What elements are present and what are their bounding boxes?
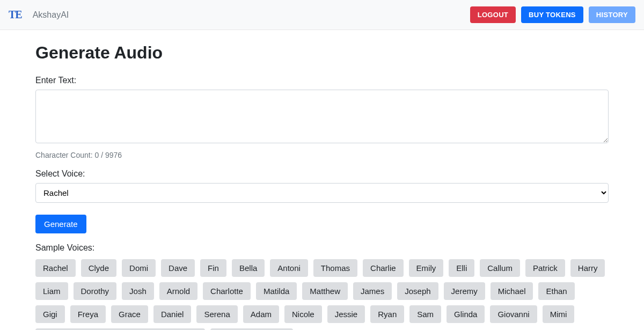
sample-voice-button[interactable]: Rachel [35, 259, 76, 277]
sample-voice-button[interactable]: Callum [480, 259, 520, 277]
sample-voice-button[interactable]: Patrick [525, 259, 565, 277]
voice-select[interactable]: Rachel [35, 183, 609, 203]
sample-voice-label: Joseph [405, 287, 430, 296]
sample-voice-label: Thomas [321, 263, 350, 273]
sample-voice-button[interactable]: Charlie [363, 259, 404, 277]
sample-voice-button[interactable]: Ryan [370, 305, 404, 323]
sample-voice-label: Emily [416, 263, 436, 273]
sample-voice-label: Grace [119, 310, 141, 319]
character-count: Character Count: 0 / 9976 [35, 151, 609, 159]
select-voice-group: Select Voice: Rachel [35, 169, 609, 203]
sample-voice-button[interactable]: Charlotte [203, 282, 251, 300]
sample-voice-button[interactable]: Joseph [397, 282, 438, 300]
sample-voice-label: Callum [487, 263, 513, 273]
sample-voice-button[interactable]: Harry [570, 259, 605, 277]
sample-voice-label: Fin [208, 263, 219, 273]
sample-voice-label: Dave [169, 263, 187, 273]
sample-voice-button[interactable]: Elli [449, 259, 474, 277]
sample-voice-button[interactable]: Matthew [302, 282, 348, 300]
sample-voice-label: Harry [578, 263, 598, 273]
sample-voice-button[interactable]: Liam [35, 282, 68, 300]
sample-voice-button[interactable]: Nicole [284, 305, 322, 323]
sample-voice-label: Freya [78, 310, 98, 319]
sample-voice-button[interactable]: Clyde [81, 259, 116, 277]
sample-voice-button[interactable]: Thomas [313, 259, 357, 277]
enter-text-label: Enter Text: [35, 76, 609, 85]
sample-voice-button[interactable]: Ethan [538, 282, 574, 300]
sample-voices-label: Sample Voices: [35, 243, 609, 253]
sample-voice-label: Clyde [89, 263, 109, 273]
sample-voice-button[interactable]: Antoni [270, 259, 308, 277]
sample-voice-button[interactable]: Sam [409, 305, 441, 323]
sample-voice-button[interactable]: Serena [196, 305, 237, 323]
sample-voice-button[interactable]: Jeremy [444, 282, 485, 300]
sample-voice-label: Nicole [292, 310, 314, 319]
navbar-left: TE AkshayAI [9, 9, 69, 21]
sample-voice-label: Ryan [378, 310, 397, 319]
sample-voice-label: Charlotte [210, 287, 243, 296]
navbar: TE AkshayAI LOGOUT BUY TOKENS HISTORY [0, 0, 644, 30]
page-title: Generate Audio [35, 43, 609, 63]
generate-button[interactable]: Generate [35, 215, 86, 233]
sample-voice-label: Giovanni [497, 310, 529, 319]
sample-voice-label: James [361, 287, 384, 296]
text-input[interactable] [35, 90, 609, 143]
sample-voice-button[interactable]: Arnold [159, 282, 197, 300]
logout-button[interactable]: LOGOUT [470, 6, 516, 23]
sample-voice-label: Bella [239, 263, 257, 273]
sample-voice-label: Dorothy [81, 287, 109, 296]
sample-voice-label: Matthew [310, 287, 340, 296]
sample-voice-button[interactable]: Adam [243, 305, 279, 323]
sample-voice-label: Antoni [277, 263, 301, 273]
sample-voice-label: Liam [43, 287, 61, 296]
sample-voice-button[interactable]: Freya [70, 305, 106, 323]
sample-voice-label: Domi [129, 263, 148, 273]
select-voice-label: Select Voice: [35, 169, 609, 179]
voice-grid: RachelClydeDomiDaveFinBellaAntoniThomasC… [35, 259, 609, 330]
sample-voice-label: Patrick [533, 263, 558, 273]
sample-voice-label: Rachel [43, 263, 68, 273]
sample-voice-button[interactable]: Emily [409, 259, 444, 277]
sample-voice-label: Elli [456, 263, 467, 273]
sample-voice-label: Josh [129, 287, 147, 296]
sample-voice-button[interactable]: Michael [491, 282, 533, 300]
sample-voice-label: Arnold [167, 287, 190, 296]
sample-voice-label: Matilda [264, 287, 289, 296]
sample-voice-button[interactable]: Bella [232, 259, 265, 277]
sample-voice-label: Michael [498, 287, 526, 296]
sample-voice-button[interactable]: Domi [122, 259, 156, 277]
sample-voice-button[interactable]: Gigi [35, 305, 65, 323]
sample-voice-button[interactable]: Josh [122, 282, 154, 300]
history-button[interactable]: HISTORY [589, 6, 635, 23]
sample-voice-label: Gigi [43, 310, 57, 319]
sample-voice-button[interactable]: James [353, 282, 392, 300]
sample-voice-button[interactable]: Dorothy [74, 282, 117, 300]
sample-voice-button[interactable]: Glinda [447, 305, 485, 323]
sample-voice-button[interactable]: Dave [161, 259, 195, 277]
sample-voice-label: Mimi [550, 310, 567, 319]
sample-voice-label: Jeremy [451, 287, 478, 296]
sample-voice-button[interactable]: Grace [111, 305, 148, 323]
buy-tokens-button[interactable]: BUY TOKENS [521, 6, 583, 23]
logo-icon: TE [9, 9, 22, 21]
sample-voice-button[interactable]: Daniel [153, 305, 192, 323]
sample-voice-button[interactable]: Fin [200, 259, 226, 277]
sample-voice-button[interactable]: Giovanni [490, 305, 537, 323]
sample-voice-label: Jessie [335, 310, 358, 319]
sample-voice-label: Charlie [370, 263, 396, 273]
sample-voice-label: Adam [251, 310, 272, 319]
enter-text-group: Enter Text: Character Count: 0 / 9976 [35, 76, 609, 159]
sample-voice-button[interactable]: Mimi [543, 305, 575, 323]
sample-voice-label: Serena [204, 310, 230, 319]
sample-voice-label: Sam [417, 310, 434, 319]
main-container: Generate Audio Enter Text: Character Cou… [27, 30, 617, 330]
brand-name: AkshayAI [33, 10, 69, 20]
sample-voice-button[interactable]: Jessie [327, 305, 365, 323]
sample-voice-label: Glinda [454, 310, 477, 319]
sample-voice-label: Daniel [161, 310, 184, 319]
sample-voice-label: Ethan [546, 287, 567, 296]
sample-voice-button[interactable]: Matilda [256, 282, 297, 300]
navbar-right: LOGOUT BUY TOKENS HISTORY [470, 6, 635, 23]
